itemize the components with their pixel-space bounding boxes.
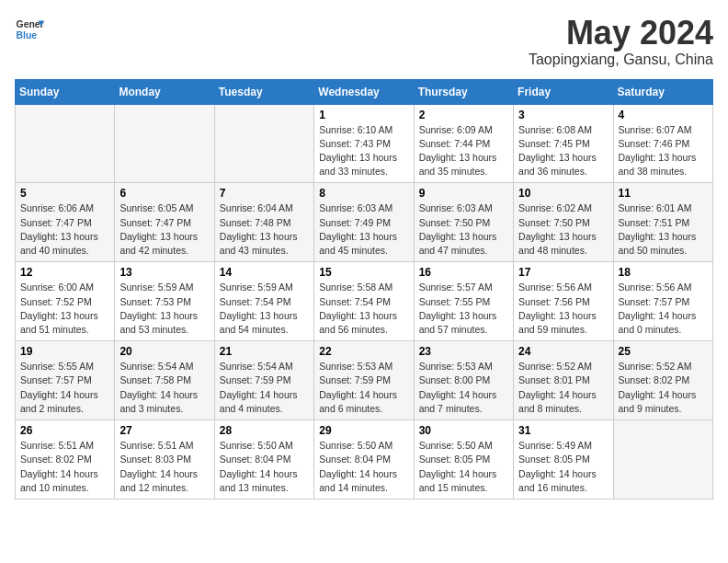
day-number: 2: [419, 109, 508, 121]
calendar-cell: 31Sunrise: 5:49 AMSunset: 8:05 PMDayligh…: [514, 420, 613, 500]
header-day-tuesday: Tuesday: [214, 79, 313, 104]
svg-text:Blue: Blue: [17, 30, 38, 40]
day-info: Sunrise: 5:54 AMSunset: 7:59 PMDaylight:…: [220, 360, 309, 416]
day-info: Sunrise: 6:10 AMSunset: 7:43 PMDaylight:…: [319, 123, 408, 179]
day-info: Sunrise: 5:49 AMSunset: 8:05 PMDaylight:…: [518, 439, 608, 495]
day-number: 4: [619, 109, 708, 121]
calendar-cell: 6Sunrise: 6:05 AMSunset: 7:47 PMDaylight…: [115, 183, 214, 262]
logo: General Blue General Blue: [15, 15, 44, 44]
calendar-cell: 4Sunrise: 6:07 AMSunset: 7:46 PMDaylight…: [613, 104, 712, 183]
day-info: Sunrise: 5:56 AMSunset: 7:57 PMDaylight:…: [619, 281, 708, 337]
calendar-cell: 19Sunrise: 5:55 AMSunset: 7:57 PMDayligh…: [16, 341, 115, 420]
calendar-cell: 24Sunrise: 5:52 AMSunset: 8:01 PMDayligh…: [514, 341, 613, 420]
calendar-cell: 22Sunrise: 5:53 AMSunset: 7:59 PMDayligh…: [314, 341, 414, 420]
header-day-friday: Friday: [514, 79, 613, 104]
week-row-2: 12Sunrise: 6:00 AMSunset: 7:52 PMDayligh…: [16, 262, 713, 341]
day-number: 26: [20, 424, 109, 437]
header-row: SundayMondayTuesdayWednesdayThursdayFrid…: [16, 79, 713, 104]
day-info: Sunrise: 5:59 AMSunset: 7:53 PMDaylight:…: [119, 281, 209, 337]
day-number: 28: [220, 424, 309, 437]
calendar-cell: 1Sunrise: 6:10 AMSunset: 7:43 PMDaylight…: [314, 104, 414, 183]
day-info: Sunrise: 5:58 AMSunset: 7:54 PMDaylight:…: [319, 281, 408, 337]
day-number: 18: [619, 266, 708, 279]
day-number: 25: [619, 345, 708, 358]
day-info: Sunrise: 6:02 AMSunset: 7:50 PMDaylight:…: [518, 201, 608, 258]
title-area: May 2024 Taopingxiang, Gansu, China: [529, 15, 713, 68]
day-info: Sunrise: 6:06 AMSunset: 7:47 PMDaylight:…: [20, 201, 109, 258]
day-info: Sunrise: 6:00 AMSunset: 7:52 PMDaylight:…: [20, 281, 109, 337]
header: General Blue General Blue May 2024 Taopi…: [15, 15, 713, 68]
day-info: Sunrise: 6:01 AMSunset: 7:51 PMDaylight:…: [619, 201, 708, 258]
day-info: Sunrise: 5:50 AMSunset: 8:04 PMDaylight:…: [220, 439, 309, 495]
calendar-cell: 13Sunrise: 5:59 AMSunset: 7:53 PMDayligh…: [115, 262, 214, 341]
day-number: 29: [319, 424, 408, 437]
calendar-cell: 15Sunrise: 5:58 AMSunset: 7:54 PMDayligh…: [314, 262, 414, 341]
calendar-cell: 27Sunrise: 5:51 AMSunset: 8:03 PMDayligh…: [115, 420, 214, 500]
calendar-cell: 9Sunrise: 6:03 AMSunset: 7:50 PMDaylight…: [414, 183, 513, 262]
day-number: 7: [220, 187, 309, 200]
day-number: 3: [518, 109, 608, 121]
day-info: Sunrise: 5:56 AMSunset: 7:56 PMDaylight:…: [518, 281, 608, 337]
calendar-cell: 17Sunrise: 5:56 AMSunset: 7:56 PMDayligh…: [514, 262, 613, 341]
week-row-0: 1Sunrise: 6:10 AMSunset: 7:43 PMDaylight…: [16, 104, 713, 183]
calendar-cell: 29Sunrise: 5:50 AMSunset: 8:04 PMDayligh…: [314, 420, 414, 500]
day-info: Sunrise: 5:53 AMSunset: 8:00 PMDaylight:…: [419, 360, 508, 416]
week-row-1: 5Sunrise: 6:06 AMSunset: 7:47 PMDaylight…: [16, 183, 713, 262]
day-info: Sunrise: 6:03 AMSunset: 7:49 PMDaylight:…: [319, 201, 408, 258]
calendar-cell: [16, 104, 115, 183]
calendar-cell: 2Sunrise: 6:09 AMSunset: 7:44 PMDaylight…: [414, 104, 513, 183]
header-day-thursday: Thursday: [414, 79, 513, 104]
week-row-3: 19Sunrise: 5:55 AMSunset: 7:57 PMDayligh…: [16, 341, 713, 420]
calendar-cell: 25Sunrise: 5:52 AMSunset: 8:02 PMDayligh…: [613, 341, 712, 420]
day-number: 12: [20, 266, 109, 279]
calendar-cell: 30Sunrise: 5:50 AMSunset: 8:05 PMDayligh…: [414, 420, 513, 500]
page-subtitle: Taopingxiang, Gansu, China: [529, 52, 713, 68]
day-number: 11: [619, 187, 708, 200]
day-number: 20: [119, 345, 209, 358]
day-info: Sunrise: 5:52 AMSunset: 8:01 PMDaylight:…: [518, 360, 608, 416]
day-number: 23: [419, 345, 508, 358]
day-info: Sunrise: 6:09 AMSunset: 7:44 PMDaylight:…: [419, 123, 508, 179]
calendar-table: SundayMondayTuesdayWednesdayThursdayFrid…: [15, 79, 713, 500]
day-number: 5: [20, 187, 109, 200]
calendar-cell: 3Sunrise: 6:08 AMSunset: 7:45 PMDaylight…: [514, 104, 613, 183]
day-info: Sunrise: 5:55 AMSunset: 7:57 PMDaylight:…: [20, 360, 109, 416]
day-info: Sunrise: 5:52 AMSunset: 8:02 PMDaylight:…: [619, 360, 708, 416]
calendar-cell: 14Sunrise: 5:59 AMSunset: 7:54 PMDayligh…: [214, 262, 313, 341]
day-number: 1: [319, 109, 408, 121]
day-info: Sunrise: 6:04 AMSunset: 7:48 PMDaylight:…: [220, 201, 309, 258]
day-number: 22: [319, 345, 408, 358]
calendar-cell: 11Sunrise: 6:01 AMSunset: 7:51 PMDayligh…: [613, 183, 712, 262]
week-row-4: 26Sunrise: 5:51 AMSunset: 8:02 PMDayligh…: [16, 420, 713, 500]
header-day-monday: Monday: [115, 79, 214, 104]
day-info: Sunrise: 5:51 AMSunset: 8:03 PMDaylight:…: [119, 439, 209, 495]
calendar-header: SundayMondayTuesdayWednesdayThursdayFrid…: [16, 79, 713, 104]
day-number: 24: [518, 345, 608, 358]
calendar-cell: [214, 104, 313, 183]
logo-icon: General Blue: [15, 15, 44, 44]
day-info: Sunrise: 5:53 AMSunset: 7:59 PMDaylight:…: [319, 360, 408, 416]
day-number: 27: [119, 424, 209, 437]
day-number: 31: [518, 424, 608, 437]
day-number: 16: [419, 266, 508, 279]
calendar-body: 1Sunrise: 6:10 AMSunset: 7:43 PMDaylight…: [16, 104, 713, 499]
calendar-cell: 18Sunrise: 5:56 AMSunset: 7:57 PMDayligh…: [613, 262, 712, 341]
day-info: Sunrise: 5:50 AMSunset: 8:04 PMDaylight:…: [319, 439, 408, 495]
day-number: 21: [220, 345, 309, 358]
calendar-cell: 5Sunrise: 6:06 AMSunset: 7:47 PMDaylight…: [16, 183, 115, 262]
day-info: Sunrise: 6:07 AMSunset: 7:46 PMDaylight:…: [619, 123, 708, 179]
day-number: 17: [518, 266, 608, 279]
day-number: 13: [119, 266, 209, 279]
header-day-wednesday: Wednesday: [314, 79, 414, 104]
day-info: Sunrise: 6:05 AMSunset: 7:47 PMDaylight:…: [119, 201, 209, 258]
day-info: Sunrise: 5:54 AMSunset: 7:58 PMDaylight:…: [119, 360, 209, 416]
day-number: 30: [419, 424, 508, 437]
calendar-cell: 16Sunrise: 5:57 AMSunset: 7:55 PMDayligh…: [414, 262, 513, 341]
calendar-cell: 26Sunrise: 5:51 AMSunset: 8:02 PMDayligh…: [16, 420, 115, 500]
calendar-cell: [613, 420, 712, 500]
day-info: Sunrise: 5:50 AMSunset: 8:05 PMDaylight:…: [419, 439, 508, 495]
day-info: Sunrise: 5:57 AMSunset: 7:55 PMDaylight:…: [419, 281, 508, 337]
day-number: 10: [518, 187, 608, 200]
day-number: 8: [319, 187, 408, 200]
calendar-cell: 28Sunrise: 5:50 AMSunset: 8:04 PMDayligh…: [214, 420, 313, 500]
